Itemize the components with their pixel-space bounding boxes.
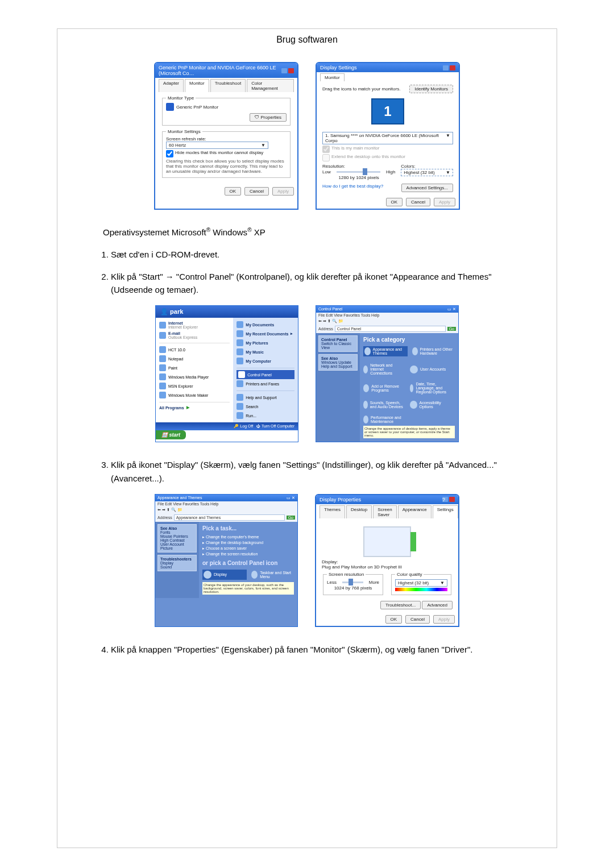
- apply-button[interactable]: Apply: [272, 187, 294, 196]
- start-button[interactable]: 🪟 start: [156, 430, 186, 439]
- resolution-slider[interactable]: [337, 171, 380, 173]
- refresh-rate-select[interactable]: 60 Hertz▼: [166, 142, 268, 149]
- windows-update-link[interactable]: Windows Update: [321, 360, 351, 364]
- ok-button[interactable]: OK: [386, 198, 403, 206]
- cat-printers-hardware[interactable]: Printers and Other Hardware: [412, 346, 454, 356]
- cat-add-remove[interactable]: Add or Remove Programs: [363, 382, 405, 394]
- cat-user-accounts[interactable]: User Accounts: [410, 363, 452, 375]
- apply-button[interactable]: Apply: [434, 198, 455, 206]
- cancel-button[interactable]: Cancel: [405, 615, 430, 624]
- start-computer[interactable]: My Computer: [237, 356, 294, 366]
- cp-menu[interactable]: File Edit View Favorites Tools Help: [316, 313, 458, 318]
- identify-monitors-button[interactable]: Identify Monitors: [409, 85, 453, 93]
- display-selector[interactable]: 1. Samsung **** on NVIDIA GeForce 6600 L…: [322, 132, 453, 144]
- monitor-preview[interactable]: 1: [322, 95, 453, 127]
- best-display-link[interactable]: How do I get the best display?: [322, 184, 383, 192]
- cancel-button[interactable]: Cancel: [244, 187, 269, 196]
- side-control-panel: Control PanelSwitch to Classic View: [318, 335, 358, 352]
- tab-adapter[interactable]: Adapter: [159, 79, 184, 92]
- cp-title: Control Panel: [318, 307, 342, 312]
- dp-title: Display Properties: [320, 497, 361, 502]
- cat-performance[interactable]: Performance and Maintenance: [363, 416, 405, 423]
- colors-label: Colors:: [401, 164, 453, 169]
- hide-modes-label: Hide modes that this monitor cannot disp…: [175, 150, 263, 155]
- at-menu[interactable]: File Edit View Favorites Tools Help: [155, 501, 297, 506]
- monitor-1-icon[interactable]: 1: [371, 98, 404, 124]
- start-msn[interactable]: MSN Explorer: [159, 381, 230, 391]
- cat-network[interactable]: Network and Internet Connections: [363, 363, 405, 375]
- tab-desktop[interactable]: Desktop: [346, 505, 372, 518]
- task-resolution[interactable]: ▸ Change the screen resolution: [202, 552, 294, 556]
- fonts-link[interactable]: Fonts: [160, 530, 171, 534]
- cancel-button[interactable]: Cancel: [406, 198, 430, 206]
- task-theme[interactable]: ▸ Change the computer's theme: [202, 535, 294, 539]
- start-wmm[interactable]: Windows Movie Maker: [159, 391, 230, 400]
- ok-button[interactable]: OK: [385, 615, 403, 624]
- monitor-win-title: Generic PnP Monitor and NVIDIA GeForce 6…: [159, 65, 281, 76]
- color-quality-legend: Color quality: [395, 572, 424, 577]
- help-support-link[interactable]: Help and Support: [321, 364, 352, 368]
- icon-display[interactable]: Display: [202, 570, 247, 580]
- high-contrast-link[interactable]: High Contrast: [160, 538, 185, 542]
- start-control-panel[interactable]: Control Panel: [237, 370, 294, 379]
- resolution-slider[interactable]: [342, 582, 363, 583]
- apply-button[interactable]: Apply: [433, 615, 455, 624]
- address-bar[interactable]: Appearance and Themes: [174, 514, 285, 521]
- start-paint[interactable]: Paint: [159, 363, 230, 372]
- ts-sound-link[interactable]: Sound: [160, 565, 172, 569]
- tab-appearance[interactable]: Appearance: [398, 505, 432, 518]
- troubleshoot-button[interactable]: Troubleshoot...: [380, 601, 421, 609]
- start-help[interactable]: Help and Support: [237, 393, 294, 402]
- ua-picture-link[interactable]: User Account Picture: [160, 542, 184, 550]
- cat-appearance[interactable]: Appearance and Themes: [363, 346, 408, 356]
- task-screensaver[interactable]: ▸ Choose a screen saver: [202, 546, 294, 551]
- address-bar[interactable]: Control Panel: [335, 326, 446, 332]
- pick-task-heading: Pick a task...: [202, 525, 294, 531]
- start-search[interactable]: Search: [237, 402, 294, 411]
- start-notepad[interactable]: Notepad: [159, 354, 230, 363]
- icon-taskbar[interactable]: Taskbar and Start Menu: [251, 570, 293, 580]
- start-my-docs[interactable]: My Documents: [237, 320, 294, 329]
- hide-modes-checkbox[interactable]: [166, 150, 173, 157]
- appearance-tooltip: Change the appearance of desktop items, …: [363, 426, 455, 438]
- cat-region[interactable]: Date, Time, Language, and Regional Optio…: [410, 382, 452, 394]
- monitor-type-legend: Monitor Type: [166, 95, 196, 101]
- shutdown-button[interactable]: ⏻ Turn Off Computer: [256, 424, 294, 429]
- start-pics[interactable]: My Pictures: [237, 338, 294, 347]
- tab-color-management[interactable]: Color Management: [247, 79, 294, 92]
- start-music[interactable]: My Music: [237, 347, 294, 356]
- go-button[interactable]: Go: [447, 327, 456, 331]
- color-quality-select[interactable]: Highest (32 bit)▼: [395, 579, 447, 587]
- tab-monitor[interactable]: Monitor: [320, 73, 345, 81]
- switch-classic-link[interactable]: Switch to Classic View: [321, 342, 351, 350]
- tab-settings[interactable]: Settings: [433, 505, 458, 518]
- start-recent[interactable]: My Recent Documents ▸: [237, 329, 294, 338]
- start-internet[interactable]: InternetInternet Explorer: [159, 320, 230, 330]
- advanced-settings-button[interactable]: Advanced Settings...: [401, 184, 453, 192]
- window-buttons: ▭ ✕: [447, 307, 456, 312]
- monitor-sketch: [322, 526, 453, 557]
- drag-text: Drag the icons to match your monitors.: [322, 86, 400, 92]
- start-printers[interactable]: Printers and Faxes: [237, 379, 294, 388]
- task-background[interactable]: ▸ Change the desktop background: [202, 541, 294, 545]
- properties-button[interactable]: 🛡 Properties: [250, 113, 287, 122]
- mouse-link[interactable]: Mouse Pointers: [160, 534, 188, 538]
- tab-monitor[interactable]: Monitor: [185, 79, 209, 92]
- start-email[interactable]: E-mailOutlook Express: [159, 330, 230, 340]
- colors-select[interactable]: Highest (32 bit)▼: [401, 169, 453, 176]
- log-off-button[interactable]: 🔑 Log Off: [234, 424, 253, 429]
- tab-themes[interactable]: Themes: [320, 505, 345, 518]
- start-run[interactable]: Run...: [237, 411, 294, 420]
- start-wmp[interactable]: Windows Media Player: [159, 372, 230, 381]
- start-hct[interactable]: HCT 10.0: [159, 345, 230, 354]
- advanced-button[interactable]: Advanced: [422, 601, 453, 609]
- hide-modes-note: Clearing this check box allows you to se…: [166, 159, 287, 174]
- tab-troubleshoot[interactable]: Troubleshoot: [210, 79, 246, 92]
- go-button[interactable]: Go: [287, 516, 295, 520]
- tab-screensaver[interactable]: Screen Saver: [373, 505, 396, 518]
- start-all-programs[interactable]: All Programs ▶: [159, 404, 230, 411]
- ts-display-link[interactable]: Display: [160, 561, 173, 565]
- cat-sounds[interactable]: Sounds, Speech, and Audio Devices: [363, 401, 405, 409]
- cat-accessibility[interactable]: Accessibility Options: [410, 401, 452, 409]
- ok-button[interactable]: OK: [225, 187, 242, 196]
